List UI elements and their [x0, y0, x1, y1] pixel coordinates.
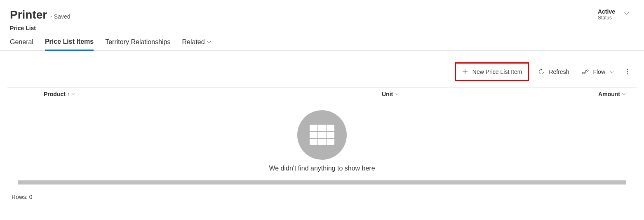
subgrid-area: New Price List Item Refresh Flow — [0, 51, 644, 209]
form-header: Printer - Saved Price List Active Status — [0, 0, 644, 31]
more-commands-button[interactable] — [623, 69, 632, 75]
column-header-amount[interactable]: Amount — [576, 91, 637, 97]
header-left: Printer - Saved Price List — [10, 8, 71, 31]
plus-icon — [462, 69, 468, 75]
status-field[interactable]: Active Status — [598, 8, 615, 21]
empty-state: We didn't find anything to show here — [7, 101, 637, 175]
chevron-down-icon — [622, 92, 626, 96]
svg-point-1 — [587, 70, 588, 71]
new-price-list-item-button[interactable]: New Price List Item — [455, 62, 529, 81]
svg-point-2 — [627, 69, 628, 70]
scrollbar-thumb[interactable] — [18, 180, 626, 185]
tab-territory-relationships[interactable]: Territory Relationships — [105, 38, 170, 50]
page-title: Printer — [10, 8, 47, 21]
row-count: Rows: 0 — [12, 194, 33, 200]
svg-rect-5 — [310, 125, 334, 145]
flow-icon — [582, 69, 589, 75]
tab-related-label: Related — [182, 38, 204, 46]
amount-column-label: Amount — [598, 91, 620, 97]
chevron-down-icon — [71, 92, 75, 96]
horizontal-scrollbar[interactable] — [18, 180, 626, 185]
flow-label: Flow — [593, 69, 605, 75]
refresh-label: Refresh — [549, 69, 569, 75]
subgrid-toolbar: New Price List Item Refresh Flow — [7, 61, 637, 88]
form-tabs: General Price List Items Territory Relat… — [0, 31, 644, 51]
unit-column-label: Unit — [382, 91, 393, 97]
tab-general[interactable]: General — [10, 38, 33, 50]
product-column-label: Product — [44, 91, 66, 97]
new-item-label: New Price List Item — [472, 69, 522, 75]
status-label: Status — [598, 15, 615, 21]
column-header-unit[interactable]: Unit — [382, 91, 576, 97]
chevron-down-icon — [395, 92, 399, 96]
chevron-down-icon[interactable] — [623, 8, 630, 17]
chevron-down-icon — [207, 40, 212, 45]
empty-grid-icon — [297, 110, 347, 160]
grid-header-row: Product ↑ Unit Amount — [7, 88, 637, 101]
flow-button[interactable]: Flow — [578, 65, 618, 78]
svg-rect-0 — [583, 72, 584, 74]
sort-ascending-icon: ↑ — [67, 91, 70, 97]
svg-point-4 — [627, 73, 628, 74]
grid-footer: Rows: 0 — [7, 185, 637, 209]
header-right: Active Status — [598, 8, 634, 21]
refresh-button[interactable]: Refresh — [534, 65, 573, 78]
select-all-column[interactable] — [7, 91, 44, 97]
svg-point-3 — [627, 71, 628, 72]
column-header-product[interactable]: Product ↑ — [44, 91, 382, 97]
tab-price-list-items[interactable]: Price List Items — [45, 38, 94, 51]
tab-related[interactable]: Related — [182, 38, 211, 50]
empty-state-message: We didn't find anything to show here — [269, 165, 375, 172]
entity-subtitle: Price List — [10, 25, 71, 31]
chevron-down-icon — [609, 69, 614, 74]
saved-status: - Saved — [50, 13, 70, 20]
refresh-icon — [538, 69, 545, 75]
title-row: Printer - Saved — [10, 8, 71, 21]
status-value: Active — [598, 8, 615, 15]
